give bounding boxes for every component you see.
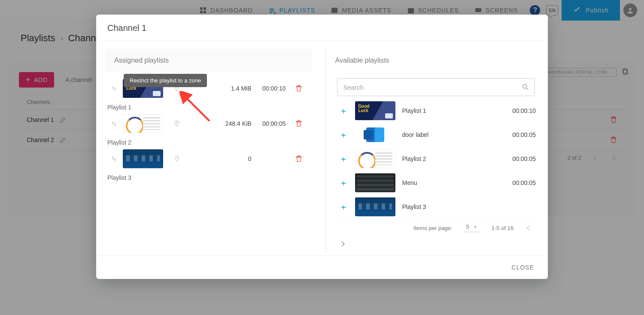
search-input[interactable] bbox=[343, 79, 518, 96]
items-per-page-select[interactable]: 5 bbox=[463, 224, 480, 232]
playlist-thumbnail bbox=[355, 125, 395, 144]
available-row: ＋door label00:00:05 bbox=[333, 123, 540, 147]
annotation-arrow bbox=[179, 91, 214, 125]
playlist-thumbnail bbox=[123, 149, 163, 168]
modal-title: Channel 1 bbox=[96, 15, 548, 41]
playlist-size: 1.4 MiB bbox=[214, 85, 252, 92]
search-field[interactable] bbox=[337, 78, 535, 96]
playlist-thumbnail bbox=[355, 173, 395, 192]
remove-button[interactable] bbox=[290, 85, 307, 92]
playlist-name: Playlist 2 bbox=[402, 155, 498, 162]
playlist-thumbnail bbox=[355, 197, 395, 216]
zone-button[interactable] bbox=[168, 155, 185, 163]
playlist-size: 248.4 KiB bbox=[214, 120, 252, 127]
available-column: Available playlists ＋Playlist 100:00:10＋… bbox=[325, 49, 540, 253]
modal-scrim[interactable]: Channel 1 Assigned playlists Restrict th… bbox=[0, 0, 644, 315]
add-playlist-button[interactable]: ＋ bbox=[336, 201, 351, 213]
available-pagination: Items per page: 5 1-5 of 16 bbox=[333, 219, 540, 236]
trash-icon bbox=[295, 85, 303, 92]
zone-tooltip: Restrict the playlist to a zone bbox=[124, 74, 207, 87]
svg-point-11 bbox=[523, 85, 527, 88]
modal-footer: CLOSE bbox=[96, 255, 548, 279]
remove-button[interactable] bbox=[290, 120, 307, 127]
playlist-name: Playlist 2 bbox=[107, 139, 310, 146]
trash-icon bbox=[295, 155, 303, 163]
remove-button[interactable] bbox=[290, 155, 307, 163]
playlist-name: Playlist 3 bbox=[402, 203, 498, 210]
dropdown-icon bbox=[473, 224, 478, 230]
add-playlist-button[interactable]: ＋ bbox=[336, 153, 351, 165]
playlist-name: Playlist 3 bbox=[107, 174, 310, 181]
close-button[interactable]: CLOSE bbox=[509, 264, 537, 271]
items-range: 1-5 of 16 bbox=[492, 225, 513, 231]
swap-vert-icon bbox=[110, 155, 118, 163]
playlist-duration: 00:00:05 bbox=[501, 179, 536, 186]
channel-modal: Channel 1 Assigned playlists Restrict th… bbox=[96, 15, 548, 279]
search-icon bbox=[522, 83, 529, 91]
add-playlist-button[interactable]: ＋ bbox=[336, 177, 351, 189]
location-icon bbox=[173, 155, 181, 163]
playlist-duration: 00:00:05 bbox=[256, 120, 286, 127]
playlist-thumbnail bbox=[355, 149, 395, 168]
drag-handle[interactable] bbox=[109, 120, 118, 127]
page-prev-icon[interactable] bbox=[525, 224, 532, 232]
add-playlist-button[interactable]: ＋ bbox=[336, 105, 351, 117]
playlist-duration: 00:00:05 bbox=[501, 155, 536, 162]
assigned-column: Assigned playlists Restrict the playlist… bbox=[105, 49, 312, 253]
items-per-page-label: Items per page: bbox=[413, 225, 452, 231]
available-row: ＋Playlist 200:00:05 bbox=[333, 147, 540, 171]
playlist-thumbnail bbox=[355, 101, 395, 120]
playlistners-thumbnail bbox=[123, 114, 163, 133]
close-label: CLOSE bbox=[512, 264, 534, 271]
swap-vert-icon bbox=[110, 120, 118, 127]
playlist-name: Menu bbox=[402, 179, 498, 186]
assigned-row: Restrict the playlist to a zone 1.4 MiB bbox=[106, 76, 310, 101]
playlist-duration: 00:00:10 bbox=[501, 107, 536, 114]
chevron-right-icon bbox=[339, 240, 346, 248]
playlist-duration: 00:00:10 bbox=[256, 85, 286, 92]
playlist-name: Playlist 1 bbox=[402, 107, 498, 114]
playlist-duration: 00:00:05 bbox=[501, 131, 536, 138]
page-next-row[interactable] bbox=[333, 236, 540, 253]
drag-handle[interactable] bbox=[109, 85, 118, 92]
available-row: ＋Menu00:00:05 bbox=[333, 171, 540, 195]
playlist-name: door label bbox=[402, 131, 498, 138]
drag-handle[interactable] bbox=[109, 155, 118, 163]
available-header: Available playlists bbox=[333, 49, 540, 72]
assigned-row: 0 bbox=[106, 146, 310, 172]
trash-icon bbox=[295, 120, 303, 127]
available-row: ＋Playlist 3 bbox=[333, 195, 540, 219]
available-row: ＋Playlist 100:00:10 bbox=[333, 99, 540, 123]
swap-vert-icon bbox=[110, 85, 118, 92]
assigned-header: Assigned playlists bbox=[105, 49, 312, 72]
playlist-size: 0 bbox=[214, 155, 252, 162]
items-per-page-value: 5 bbox=[466, 224, 469, 230]
add-playlist-button[interactable]: ＋ bbox=[336, 129, 351, 141]
